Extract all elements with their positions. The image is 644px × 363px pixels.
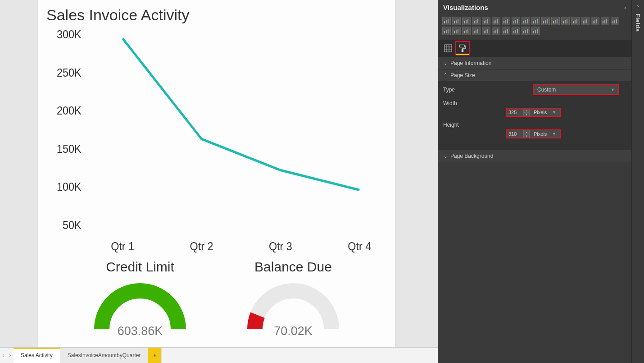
kpi-title: Credit Limit [91,259,190,275]
chevron-left-icon[interactable]: ‹ [637,3,639,8]
kpi-balance-due[interactable]: Balance Due 70.02K [244,259,343,343]
svg-rect-53 [616,19,617,23]
viz-type-kpi-icon[interactable] [502,27,510,35]
line-series [122,38,359,190]
viz-type-pie-icon[interactable] [581,17,590,25]
svg-rect-68 [487,29,488,33]
viz-type-slicer-icon[interactable] [512,27,520,35]
page-height-input[interactable]: ▲▼ Pixels ▼ [506,130,560,138]
height-unit-dropdown[interactable]: Pixels ▼ [530,130,560,138]
viz-type-r-visual-icon[interactable] [531,27,540,35]
viz-type-ribbon-icon[interactable] [551,17,560,25]
viz-type-line-icon[interactable] [502,17,510,25]
page-tab[interactable]: Sales Activity [14,348,60,363]
svg-rect-63 [474,31,475,33]
svg-rect-12 [484,21,485,23]
viz-type-stacked-column-icon[interactable] [462,17,471,25]
stepper-down-icon[interactable]: ▼ [523,134,530,138]
viz-type-card-icon[interactable] [482,27,490,35]
width-unit-dropdown[interactable]: Pixels ▼ [530,108,560,116]
viz-type-clustered-column-100-icon[interactable] [492,17,500,25]
svg-rect-28 [535,20,536,23]
viz-type-line-clustered-icon[interactable] [531,17,540,25]
svg-rect-55 [446,30,447,33]
viz-type-arcgis-icon[interactable] [522,27,530,35]
page-size-section-header[interactable]: ⌃ Page Size [438,69,631,81]
height-field[interactable] [506,130,523,138]
stepper-up-icon[interactable]: ▲ [523,130,530,134]
viz-type-stacked-bar-icon[interactable] [442,17,451,25]
chevron-down-icon: ⌄ [443,153,448,159]
x-tick-label: Qtr 3 [269,240,292,253]
viz-type-waterfall-icon[interactable] [561,17,570,25]
add-page-button[interactable]: + [148,348,162,363]
svg-rect-57 [454,31,455,33]
svg-rect-62 [467,29,468,33]
section-title: Page Background [450,153,493,159]
viz-type-map-icon[interactable] [611,17,619,25]
viz-type-stacked-bar-100-icon[interactable] [482,17,490,25]
viz-type-table-icon[interactable] [442,27,451,35]
viz-type-stacked-area-icon[interactable] [522,17,530,25]
viz-type-funnel-icon[interactable] [462,27,471,35]
stepper-up-icon[interactable]: ▲ [523,108,530,112]
viz-type-treemap-icon[interactable] [601,17,609,25]
svg-rect-76 [515,30,516,33]
tab-prev-button[interactable]: ‹ [0,348,7,363]
fields-pane-collapsed[interactable]: ‹ Fields [631,0,644,363]
fields-mode-button[interactable] [441,41,455,55]
format-mode-button[interactable] [456,41,469,55]
visualizations-pane-header[interactable]: Visualizations › [438,0,631,15]
viz-type-multi-row-card-icon[interactable] [492,27,500,35]
svg-rect-58 [456,30,457,33]
y-tick-label: 100K [57,180,82,193]
svg-rect-21 [513,21,514,23]
svg-rect-51 [612,21,613,23]
svg-rect-11 [477,19,478,23]
viz-type-gauge-icon[interactable] [472,27,481,35]
viz-type-line-stacked-icon[interactable] [541,17,550,25]
y-tick-label: 150K [57,142,82,155]
svg-rect-31 [545,20,546,23]
svg-rect-66 [484,31,485,33]
viz-type-area-icon[interactable] [512,17,520,25]
svg-rect-3 [454,21,455,23]
viz-type-clustered-bar-icon[interactable] [452,17,461,25]
svg-rect-0 [444,21,445,23]
viz-type-donut-icon[interactable] [591,17,599,25]
kpi-title: Balance Due [244,259,343,275]
stepper-down-icon[interactable]: ▼ [523,112,530,116]
svg-rect-82 [535,30,536,33]
chevron-right-icon[interactable]: › [624,5,626,11]
svg-rect-41 [576,19,577,23]
width-label: Width [443,100,533,106]
visualizations-pane: Visualizations › ⋯ ⌄ Page Information [438,0,631,363]
x-tick-label: Qtr 2 [190,240,213,253]
page-size-type-dropdown[interactable]: Custom ▼ [533,85,619,95]
y-tick-label: 300K [57,28,82,41]
svg-rect-33 [553,21,554,23]
svg-rect-5 [458,19,458,23]
dropdown-value: Custom [537,87,556,93]
svg-rect-43 [585,20,585,23]
svg-rect-1 [446,20,447,23]
svg-rect-71 [497,29,498,33]
viz-type-matrix-icon[interactable] [452,27,461,35]
height-label: Height [443,122,533,128]
svg-rect-81 [533,31,534,33]
page-tab[interactable]: SalesInvoiceAmountbyQuarter [60,348,149,363]
more-visuals-icon[interactable]: ⋯ [541,27,550,35]
kpi-credit-limit[interactable]: Credit Limit 603.86K [91,259,190,343]
tab-next-button[interactable]: › [7,348,14,363]
page-information-section-header[interactable]: ⌄ Page Information [438,57,631,69]
line-chart[interactable]: 300K 250K 200K 150K 100K 50K Qtr 1 Qtr 2… [38,25,395,259]
page-width-input[interactable]: ▲▼ Pixels ▼ [506,108,560,116]
width-field[interactable] [506,108,523,116]
svg-rect-50 [606,19,607,23]
svg-rect-84 [444,45,452,52]
report-canvas-area: Sales Invoice Activity 300K 250K 200K 15… [0,0,438,363]
viz-type-clustered-column-icon[interactable] [472,17,481,25]
viz-type-scatter-icon[interactable] [571,17,580,25]
svg-rect-73 [505,30,506,33]
page-background-section-header[interactable]: ⌄ Page Background [438,150,631,162]
